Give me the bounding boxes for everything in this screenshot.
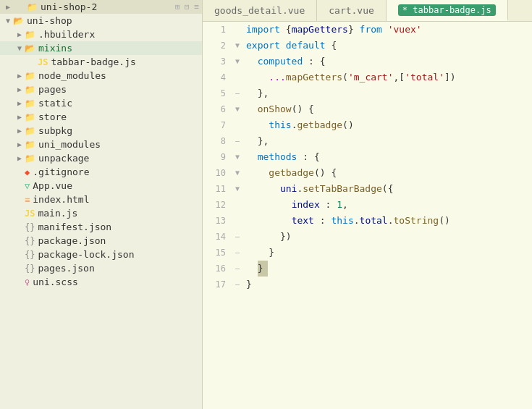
sidebar-item-manifest-json[interactable]: {} manifest.json bbox=[0, 220, 202, 234]
line-number: 12 bbox=[203, 197, 232, 213]
sidebar-item-store[interactable]: ▶ 📁 store bbox=[0, 110, 202, 124]
code-content: } bbox=[243, 261, 532, 277]
sidebar-label: store bbox=[38, 111, 67, 122]
code-content: getbadge() { bbox=[243, 165, 532, 181]
folder-icon: 📁 bbox=[25, 30, 35, 40]
arrow-icon: ▶ bbox=[14, 99, 25, 107]
code-content: ...mapGetters('m_cart',['total']) bbox=[243, 69, 532, 85]
sidebar-item-uni-modules[interactable]: ▶ 📁 uni_modules bbox=[0, 138, 202, 151]
sidebar-item-subpkg[interactable]: ▶ 📁 subpkg bbox=[0, 124, 202, 138]
sidebar-item-uni-scss[interactable]: ♀ uni.scss bbox=[0, 275, 202, 289]
sidebar: ▶ 📁 uni-shop-2 ⊞ ⊟ ≡ ▼ 📂 uni-shop ▶ 📁 .h… bbox=[0, 0, 203, 409]
fold-indicator[interactable]: ▼ bbox=[232, 101, 243, 117]
fold-indicator bbox=[232, 197, 243, 213]
sidebar-label: main.js bbox=[38, 208, 77, 219]
code-editor[interactable]: 1 import {mapGetters} from 'vuex' 2 ▼ ex… bbox=[203, 22, 532, 409]
folder-icon: 📁 bbox=[25, 85, 35, 95]
sidebar-item-main-js[interactable]: JS main.js bbox=[0, 206, 202, 220]
folder-icon: 📁 bbox=[25, 126, 35, 136]
tab-cart[interactable]: cart.vue bbox=[317, 0, 387, 21]
sidebar-item-app-vue[interactable]: ▽ App.vue bbox=[0, 179, 202, 193]
sidebar-item-tabbar-badge[interactable]: JS tabbar-badge.js bbox=[0, 55, 202, 69]
fold-indicator[interactable]: ▼ bbox=[232, 181, 243, 197]
fold-indicator[interactable]: ▼ bbox=[232, 38, 243, 54]
code-content: }, bbox=[243, 85, 532, 101]
folder-icon: 📁 bbox=[25, 98, 35, 109]
vue-icon: ▽ bbox=[25, 181, 30, 191]
sidebar-label: .hbuilderx bbox=[38, 29, 95, 40]
sidebar-item-static[interactable]: ▶ 📁 static bbox=[0, 96, 202, 110]
code-line: 8 – }, bbox=[203, 133, 532, 149]
folder-open-icon: 📂 bbox=[25, 43, 35, 54]
line-number: 10 bbox=[203, 165, 232, 181]
sidebar-item-uni-shop[interactable]: ▼ 📂 uni-shop bbox=[0, 14, 202, 28]
fold-indicator bbox=[232, 69, 243, 85]
code-content: onShow() { bbox=[243, 101, 532, 117]
code-line: 15 – } bbox=[203, 245, 532, 261]
json-icon: {} bbox=[25, 250, 35, 260]
sidebar-label: App.vue bbox=[33, 180, 72, 191]
sidebar-label: mixins bbox=[38, 43, 72, 54]
tab-label: goods_detail.vue bbox=[214, 5, 305, 16]
sidebar-item-pages-json[interactable]: {} pages.json bbox=[0, 261, 202, 275]
fold-indicator[interactable]: ▼ bbox=[232, 54, 243, 69]
sidebar-item-package-lock-json[interactable]: {} package-lock.json bbox=[0, 248, 202, 261]
folder-open-icon: 📂 bbox=[13, 16, 24, 26]
fold-indicator: – bbox=[232, 133, 243, 149]
line-number: 4 bbox=[203, 69, 232, 85]
folder-icon: 📁 bbox=[25, 140, 35, 150]
arrow-icon: ▶ bbox=[14, 72, 25, 80]
arrow-icon: ▶ bbox=[14, 154, 25, 162]
editor-area: goods_detail.vue cart.vue * tabbar-badge… bbox=[203, 0, 532, 409]
folder-icon: 📁 bbox=[27, 2, 38, 12]
code-line: 12 index : 1, bbox=[203, 197, 532, 213]
line-number: 11 bbox=[203, 181, 232, 197]
folder-icon: 📁 bbox=[25, 112, 35, 122]
fold-indicator: – bbox=[232, 229, 243, 245]
sidebar-label: package-lock.json bbox=[38, 249, 134, 260]
sidebar-label: uni_modules bbox=[38, 139, 101, 150]
sidebar-label: pages bbox=[38, 84, 67, 95]
sidebar-item-pages[interactable]: ▶ 📁 pages bbox=[0, 83, 202, 96]
sidebar-item-unpackage[interactable]: ▶ 📁 unpackage bbox=[0, 151, 202, 165]
fold-indicator[interactable]: ▼ bbox=[232, 149, 243, 165]
sidebar-label: uni-shop-2 bbox=[41, 1, 97, 12]
code-content: } bbox=[243, 277, 532, 292]
tab-tabbar-badge[interactable]: * tabbar-badge.js bbox=[387, 0, 508, 21]
fold-indicator[interactable]: ▼ bbox=[232, 165, 243, 181]
fold-indicator: – bbox=[232, 245, 243, 261]
code-content: import {mapGetters} from 'vuex' bbox=[243, 22, 532, 38]
json-icon: {} bbox=[25, 222, 35, 232]
sidebar-item-hbuilderx[interactable]: ▶ 📁 .hbuilderx bbox=[0, 28, 202, 41]
sidebar-label: uni-shop bbox=[27, 15, 72, 26]
line-number: 7 bbox=[203, 117, 232, 133]
arrow-icon: ▼ bbox=[14, 44, 25, 52]
arrow-icon: ▶ bbox=[14, 85, 25, 93]
sidebar-item-package-json[interactable]: {} package.json bbox=[0, 234, 202, 248]
json-icon: {} bbox=[25, 236, 35, 246]
sidebar-item-node-modules[interactable]: ▶ 📁 node_modules bbox=[0, 69, 202, 83]
line-number: 15 bbox=[203, 245, 232, 261]
code-content: }) bbox=[243, 229, 532, 245]
git-icon: ◆ bbox=[25, 167, 30, 177]
code-line: 1 import {mapGetters} from 'vuex' bbox=[203, 22, 532, 38]
sidebar-item-gitignore[interactable]: ◆ .gitignore bbox=[0, 165, 202, 179]
sidebar-item-uni-shop-2[interactable]: ▶ 📁 uni-shop-2 ⊞ ⊟ ≡ bbox=[0, 0, 202, 14]
sidebar-item-mixins[interactable]: ▼ 📂 mixins bbox=[0, 41, 202, 55]
tab-goods-detail[interactable]: goods_detail.vue bbox=[203, 0, 317, 21]
tab-label: cart.vue bbox=[329, 5, 374, 16]
arrow-icon: ▶ bbox=[3, 3, 13, 11]
arrow-icon: ▶ bbox=[14, 30, 25, 38]
code-line: 17 – } bbox=[203, 277, 532, 292]
sidebar-label: index.html bbox=[33, 194, 89, 205]
fold-indicator bbox=[232, 117, 243, 133]
fold-indicator bbox=[232, 22, 243, 38]
sidebar-item-index-html[interactable]: ≡ index.html bbox=[0, 193, 202, 206]
code-line: 9 ▼ methods : { bbox=[203, 149, 532, 165]
line-number: 5 bbox=[203, 85, 232, 101]
code-content: text : this.total.toString() bbox=[243, 213, 532, 229]
arrow-icon: ▼ bbox=[3, 17, 13, 25]
code-line: 7 this.getbadge() bbox=[203, 117, 532, 133]
arrow-icon: ▶ bbox=[14, 127, 25, 135]
code-line: 16 – } bbox=[203, 261, 532, 277]
